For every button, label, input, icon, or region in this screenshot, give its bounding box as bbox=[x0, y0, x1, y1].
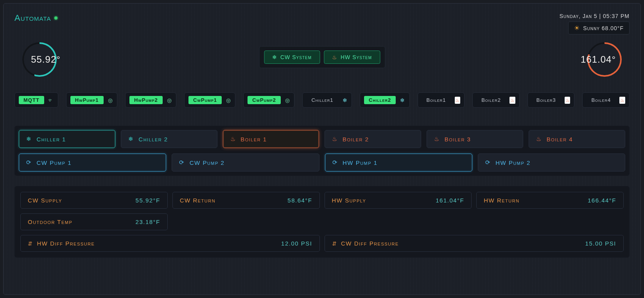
readings-panel: CW Supply 55.92°F CW Return 58.64°F HW S… bbox=[14, 186, 630, 258]
status-badge-label: MQTT bbox=[19, 96, 44, 104]
tile-cwpump2[interactable]: ⟳CW Pump 2 bbox=[172, 154, 319, 172]
status-badge-mqtt[interactable]: MQTTᯤ bbox=[14, 92, 58, 108]
header-right: Sunday, Jan 5 | 05:37 PM ☀ Sunny 68.00°F bbox=[560, 13, 630, 34]
reading-cw-return: CW Return 58.64°F bbox=[172, 192, 320, 209]
snowflake-icon: ❄ bbox=[342, 97, 348, 104]
status-badge-cwpump2[interactable]: CwPump2◎ bbox=[243, 92, 294, 108]
status-badge-row: MQTTᯤHwPump1◎HwPump2◎CwPump1◎CwPump2◎Chi… bbox=[14, 92, 630, 108]
pressure-icon: ⇵ bbox=[28, 240, 33, 247]
status-badge-hwpump1[interactable]: HwPump1◎ bbox=[66, 92, 117, 108]
reading-label: ⇵ HW Diff Pressure bbox=[28, 240, 95, 247]
snowflake-icon: ❄ bbox=[128, 135, 134, 143]
gauges-row: 55.92° ❄ CW System ♨ HW System 161.04° bbox=[14, 38, 630, 89]
reading-value: 23.18°F bbox=[136, 219, 160, 225]
reading-hw-supply: HW Supply 161.04°F bbox=[325, 192, 472, 209]
pump-icon: ◎ bbox=[167, 97, 172, 104]
reading-value: 55.92°F bbox=[136, 197, 160, 204]
fire-icon: ♨ bbox=[509, 97, 515, 104]
heat-icon: ♨ bbox=[332, 135, 338, 143]
reading-label: ⇵ CW Diff Pressure bbox=[332, 240, 399, 247]
status-badge-boiler1[interactable]: Boiler1♨ bbox=[418, 92, 465, 108]
tile-boiler4[interactable]: ♨Boiler 4 bbox=[529, 130, 625, 148]
tile-label: Chiller 2 bbox=[138, 136, 168, 143]
reading-value: 12.00 PSI bbox=[281, 240, 312, 247]
tile-label: CW Pump 1 bbox=[37, 159, 72, 166]
system-toggle-panel: ❄ CW System ♨ HW System bbox=[259, 46, 385, 68]
pump-icon: ⟳ bbox=[179, 159, 185, 166]
reading-cw-diff-pressure: ⇵ CW Diff Pressure 15.00 PSI bbox=[325, 235, 624, 252]
reading-label: CW Return bbox=[180, 197, 215, 204]
reading-hw-diff-pressure: ⇵ HW Diff Pressure 12.00 PSI bbox=[20, 235, 320, 252]
status-badge-hwpump2[interactable]: HwPump2◎ bbox=[125, 92, 176, 108]
pump-icon: ⟳ bbox=[26, 159, 32, 166]
reading-spacer bbox=[172, 213, 624, 230]
pump-icon: ⟳ bbox=[332, 159, 338, 166]
status-badge-label: HwPump2 bbox=[129, 96, 163, 104]
reading-outdoor-temp: Outdoor Temp 23.18°F bbox=[20, 213, 168, 230]
reading-value: 58.64°F bbox=[287, 197, 312, 204]
tile-label: Boiler 3 bbox=[445, 136, 471, 143]
cw-system-button[interactable]: ❄ CW System bbox=[264, 51, 320, 64]
tile-boiler2[interactable]: ♨Boiler 2 bbox=[325, 130, 421, 148]
status-badge-cwpump1[interactable]: CwPump1◎ bbox=[184, 92, 235, 108]
reading-label: Outdoor Temp bbox=[28, 219, 72, 225]
tile-label: HW Pump 1 bbox=[343, 159, 378, 166]
status-badge-boiler3[interactable]: Boiler3♨ bbox=[527, 92, 575, 108]
tile-chiller1[interactable]: ❄Chiller 1 bbox=[19, 130, 115, 148]
tile-boiler3[interactable]: ♨Boiler 3 bbox=[427, 130, 523, 148]
weather-text: Sunny 68.00°F bbox=[583, 25, 624, 31]
weather-pill: ☀ Sunny 68.00°F bbox=[568, 22, 630, 34]
status-badge-label: CwPump2 bbox=[248, 96, 281, 104]
status-badge-label: Boiler1 bbox=[422, 96, 451, 104]
pump-icon: ⟳ bbox=[485, 159, 491, 166]
hw-system-label: HW System bbox=[341, 54, 372, 60]
header-bar: Automata Sunday, Jan 5 | 05:37 PM ☀ Sunn… bbox=[14, 13, 630, 34]
status-badge-label: Chiller1 bbox=[307, 96, 338, 104]
snowflake-icon: ❄ bbox=[400, 97, 405, 104]
status-badge-label: HwPump1 bbox=[70, 96, 104, 104]
tile-label: Boiler 4 bbox=[547, 136, 573, 143]
reading-cw-supply: CW Supply 55.92°F bbox=[20, 192, 168, 209]
status-badge-label: Boiler4 bbox=[587, 96, 615, 104]
reading-hw-return: HW Return 166.44°F bbox=[476, 192, 624, 209]
pump-icon: ◎ bbox=[285, 97, 290, 104]
status-badge-label: Boiler2 bbox=[477, 96, 506, 104]
hw-system-button[interactable]: ♨ HW System bbox=[324, 51, 380, 64]
tile-label: CW Pump 2 bbox=[190, 159, 225, 166]
reading-value: 166.44°F bbox=[588, 197, 616, 204]
status-badge-boiler4[interactable]: Boiler4♨ bbox=[582, 92, 630, 108]
tile-cwpump1[interactable]: ⟳CW Pump 1 bbox=[19, 154, 166, 172]
reading-value: 161.04°F bbox=[436, 197, 464, 204]
fire-icon: ♨ bbox=[565, 97, 570, 104]
pump-icon: ◎ bbox=[226, 97, 231, 104]
brand-name: Automata bbox=[14, 13, 51, 23]
pressure-icon: ⇵ bbox=[332, 240, 337, 247]
equipment-panel: ❄Chiller 1❄Chiller 2♨Boiler 1♨Boiler 2♨B… bbox=[14, 126, 630, 176]
tile-label: Chiller 1 bbox=[37, 136, 66, 143]
fire-icon: ♨ bbox=[619, 97, 625, 104]
cw-system-label: CW System bbox=[280, 54, 312, 60]
status-badge-label: Boiler3 bbox=[532, 96, 561, 104]
hw-gauge-value: 161.04° bbox=[567, 54, 630, 65]
heat-icon: ♨ bbox=[332, 54, 337, 60]
tile-boiler1[interactable]: ♨Boiler 1 bbox=[223, 130, 319, 148]
status-dot-icon bbox=[54, 16, 57, 20]
reading-label: CW Supply bbox=[28, 197, 62, 204]
tile-chiller2[interactable]: ❄Chiller 2 bbox=[121, 130, 217, 148]
status-badge-boiler2[interactable]: Boiler2♨ bbox=[472, 92, 520, 108]
reading-value: 15.00 PSI bbox=[585, 240, 616, 247]
tile-label: Boiler 2 bbox=[343, 136, 369, 143]
equipment-row-2: ⟳CW Pump 1⟳CW Pump 2⟳HW Pump 1⟳HW Pump 2 bbox=[19, 154, 625, 172]
status-badge-chiller2[interactable]: Chiller2❄ bbox=[360, 92, 410, 108]
status-badge-chiller1[interactable]: Chiller1❄ bbox=[302, 92, 352, 108]
snowflake-icon: ❄ bbox=[272, 54, 277, 60]
heat-icon: ♨ bbox=[434, 135, 440, 143]
status-badge-label: CwPump1 bbox=[188, 96, 222, 104]
sun-icon: ☀ bbox=[574, 24, 580, 32]
tile-hwpump2[interactable]: ⟳HW Pump 2 bbox=[478, 154, 625, 172]
fire-icon: ♨ bbox=[455, 97, 461, 104]
heat-icon: ♨ bbox=[536, 135, 542, 143]
equipment-row-1: ❄Chiller 1❄Chiller 2♨Boiler 1♨Boiler 2♨B… bbox=[19, 130, 625, 148]
tile-label: Boiler 1 bbox=[240, 136, 267, 143]
tile-hwpump1[interactable]: ⟳HW Pump 1 bbox=[325, 154, 472, 172]
